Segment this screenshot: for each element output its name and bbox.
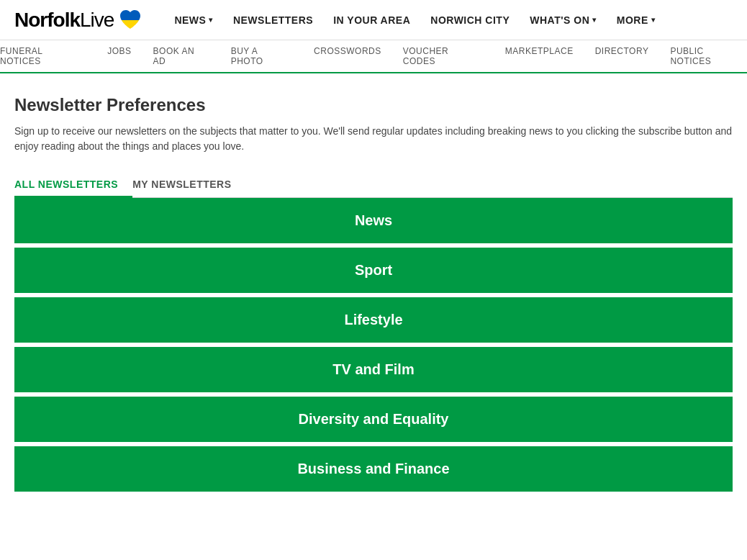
logo[interactable]: NorfolkLive [14, 8, 142, 32]
secondary-nav-voucher-codes[interactable]: VOUCHER CODES [403, 46, 484, 66]
main-header: NorfolkLive NEWS▾NEWSLETTERSIN YOUR AREA… [0, 0, 747, 40]
secondary-nav: FUNERAL NOTICESJOBSBOOK AN ADBUY A PHOTO… [0, 40, 747, 73]
nav-item-in-your-area[interactable]: IN YOUR AREA [323, 14, 420, 26]
dropdown-arrow-icon: ▾ [651, 16, 656, 24]
main-nav: NEWS▾NEWSLETTERSIN YOUR AREANORWICH CITY… [164, 14, 665, 26]
categories-list: NewsSportLifestyleTV and FilmDiversity a… [14, 198, 733, 492]
secondary-nav-buy-a-photo[interactable]: BUY A PHOTO [231, 46, 292, 66]
secondary-nav-funeral-notices[interactable]: FUNERAL NOTICES [0, 46, 86, 66]
secondary-nav-book-an-ad[interactable]: BOOK AN AD [153, 46, 209, 66]
tab-all-newsletters[interactable]: ALL NEWSLETTERS [14, 171, 132, 197]
secondary-nav-directory[interactable]: DIRECTORY [595, 46, 649, 66]
svg-rect-0 [118, 8, 142, 20]
category-block-tv-and-film[interactable]: TV and Film [14, 347, 733, 392]
secondary-nav-public-notices[interactable]: PUBLIC NOTICES [670, 46, 747, 66]
nav-item-norwich-city[interactable]: NORWICH CITY [420, 14, 520, 26]
nav-item-news[interactable]: NEWS▾ [164, 14, 223, 26]
logo-heart-icon [118, 8, 142, 32]
nav-item-what's-on[interactable]: WHAT'S ON▾ [520, 14, 607, 26]
category-block-news[interactable]: News [14, 198, 733, 243]
logo-text: NorfolkLive [14, 9, 114, 32]
category-block-diversity-and-equality[interactable]: Diversity and Equality [14, 397, 733, 442]
nav-item-more[interactable]: MORE▾ [607, 14, 666, 26]
category-block-business-and-finance[interactable]: Business and Finance [14, 446, 733, 492]
dropdown-arrow-icon: ▾ [592, 16, 597, 24]
page-title: Newsletter Preferences [14, 95, 733, 115]
category-block-sport[interactable]: Sport [14, 248, 733, 293]
secondary-nav-jobs[interactable]: JOBS [107, 46, 131, 66]
tabs-container: ALL NEWSLETTERSMY NEWSLETTERS [14, 171, 733, 198]
secondary-nav-crosswords[interactable]: CROSSWORDS [314, 46, 381, 66]
secondary-nav-marketplace[interactable]: MARKETPLACE [505, 46, 574, 66]
category-block-lifestyle[interactable]: Lifestyle [14, 297, 733, 343]
svg-rect-1 [118, 20, 142, 32]
page-description: Sign up to receive our newsletters on th… [14, 124, 733, 154]
dropdown-arrow-icon: ▾ [209, 16, 213, 24]
tab-my-newsletters[interactable]: MY NEWSLETTERS [132, 171, 245, 197]
nav-item-newsletters[interactable]: NEWSLETTERS [223, 14, 323, 26]
page-content: Newsletter Preferences Sign up to receiv… [0, 73, 747, 492]
